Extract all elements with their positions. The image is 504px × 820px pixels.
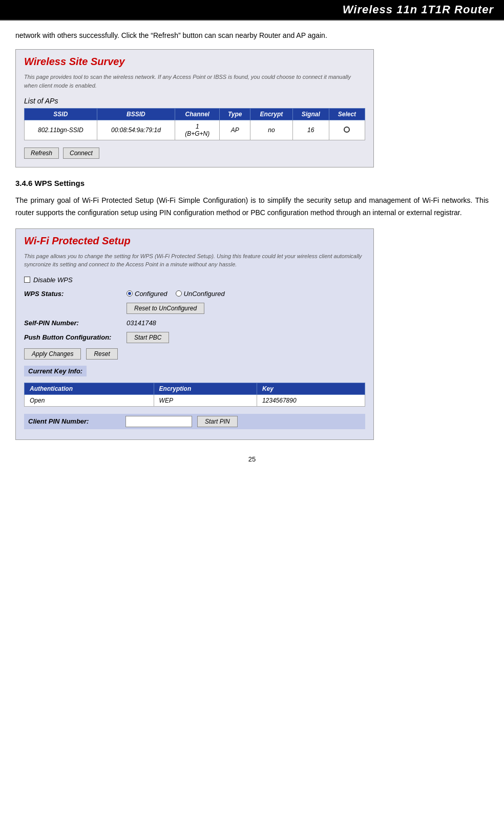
ap-table: SSID BSSID Channel Type Encrypt Signal S… xyxy=(24,108,365,140)
connect-button[interactable]: Connect xyxy=(63,148,99,159)
disable-wps-checkbox[interactable] xyxy=(24,277,30,283)
header-title: Wireless 11n 1T1R Router xyxy=(343,3,494,16)
reset-unconfigured-button[interactable]: Reset to UnConfigured xyxy=(127,303,204,314)
site-survey-description: This page provides tool to scan the wire… xyxy=(24,73,365,90)
cell-encrypt: no xyxy=(250,120,293,140)
key-table-row: Open WEP 1234567890 xyxy=(25,394,365,406)
start-pin-button[interactable]: Start PIN xyxy=(197,416,238,427)
refresh-button[interactable]: Refresh xyxy=(24,148,59,159)
cell-channel: 1(B+G+N) xyxy=(175,120,220,140)
client-pin-label: Client PIN Number: xyxy=(28,417,120,425)
key-col-key: Key xyxy=(257,383,365,394)
wps-box: Wi-Fi Protected Setup This page allows y… xyxy=(15,228,374,440)
intro-text: network with others successfully. Click … xyxy=(15,30,489,41)
reset-unconfigured-value: Reset to UnConfigured xyxy=(127,303,204,314)
key-value: 1234567890 xyxy=(257,394,365,406)
unconfigured-radio[interactable] xyxy=(176,290,182,297)
configured-label: Configured xyxy=(135,290,167,298)
self-pin-label: Self-PIN Number: xyxy=(24,319,127,327)
page-header: Wireless 11n 1T1R Router xyxy=(0,0,504,20)
wps-section-text: The primary goal of Wi-Fi Protected Setu… xyxy=(15,195,489,219)
cell-select[interactable] xyxy=(329,120,365,140)
key-col-encryption: Encryption xyxy=(154,383,257,394)
key-col-auth: Authentication xyxy=(25,383,154,394)
pbc-value: Start PBC xyxy=(127,332,169,343)
wps-status-row: WPS Status: Configured UnConfigured xyxy=(24,290,365,298)
wps-box-description: This page allows you to change the setti… xyxy=(24,252,365,269)
apply-changes-button[interactable]: Apply Changes xyxy=(24,348,81,360)
col-ssid: SSID xyxy=(25,109,97,120)
disable-wps-row: Disable WPS xyxy=(24,276,365,284)
site-survey-box: Wireless Site Survey This page provides … xyxy=(15,49,374,167)
table-row: 802.11bgn-SSID 00:08:54:9a:79:1d 1(B+G+N… xyxy=(25,120,365,140)
client-pin-row: Client PIN Number: Start PIN xyxy=(24,414,365,429)
site-survey-title: Wireless Site Survey xyxy=(24,56,365,68)
key-table: Authentication Encryption Key Open WEP 1… xyxy=(24,383,365,407)
configured-radio[interactable] xyxy=(127,290,133,297)
select-radio[interactable] xyxy=(344,127,350,133)
survey-buttons: Refresh Connect xyxy=(24,148,365,159)
page-content: network with others successfully. Click … xyxy=(0,20,504,478)
wps-unconfigured-option[interactable]: UnConfigured xyxy=(176,290,225,298)
client-pin-input[interactable] xyxy=(125,416,192,427)
page-number: 25 xyxy=(15,455,489,463)
unconfigured-label: UnConfigured xyxy=(184,290,225,298)
self-pin-row: Self-PIN Number: 03141748 xyxy=(24,319,365,327)
key-auth-value: Open xyxy=(25,394,154,406)
wps-status-label: WPS Status: xyxy=(24,290,127,298)
col-bssid: BSSID xyxy=(97,109,175,120)
apply-reset-row: Apply Changes Reset xyxy=(24,348,365,360)
wps-section-heading: 3.4.6 WPS Settings xyxy=(15,179,489,187)
wps-status-value: Configured UnConfigured xyxy=(127,290,225,298)
cell-type: AP xyxy=(220,120,250,140)
cell-signal: 16 xyxy=(292,120,329,140)
col-signal: Signal xyxy=(292,109,329,120)
current-key-label: Current Key Info: xyxy=(24,366,87,376)
self-pin-value: 03141748 xyxy=(127,319,156,327)
self-pin-number: 03141748 xyxy=(127,319,156,327)
wps-status-radio-group: Configured UnConfigured xyxy=(127,290,225,298)
wps-box-title: Wi-Fi Protected Setup xyxy=(24,235,365,247)
disable-wps-label: Disable WPS xyxy=(33,276,73,284)
reset-unconfigured-row: Reset to UnConfigured xyxy=(24,303,365,314)
col-type: Type xyxy=(220,109,250,120)
pbc-row: Push Button Configuration: Start PBC xyxy=(24,332,365,343)
list-aps-label: List of APs xyxy=(24,97,365,105)
pbc-label: Push Button Configuration: xyxy=(24,333,127,341)
cell-bssid: 00:08:54:9a:79:1d xyxy=(97,120,175,140)
wps-configured-option[interactable]: Configured xyxy=(127,290,167,298)
col-encrypt: Encrypt xyxy=(250,109,293,120)
start-pbc-button[interactable]: Start PBC xyxy=(127,332,169,343)
col-channel: Channel xyxy=(175,109,220,120)
cell-ssid: 802.11bgn-SSID xyxy=(25,120,97,140)
col-select: Select xyxy=(329,109,365,120)
reset-button[interactable]: Reset xyxy=(86,348,117,360)
key-encryption-value: WEP xyxy=(154,394,257,406)
